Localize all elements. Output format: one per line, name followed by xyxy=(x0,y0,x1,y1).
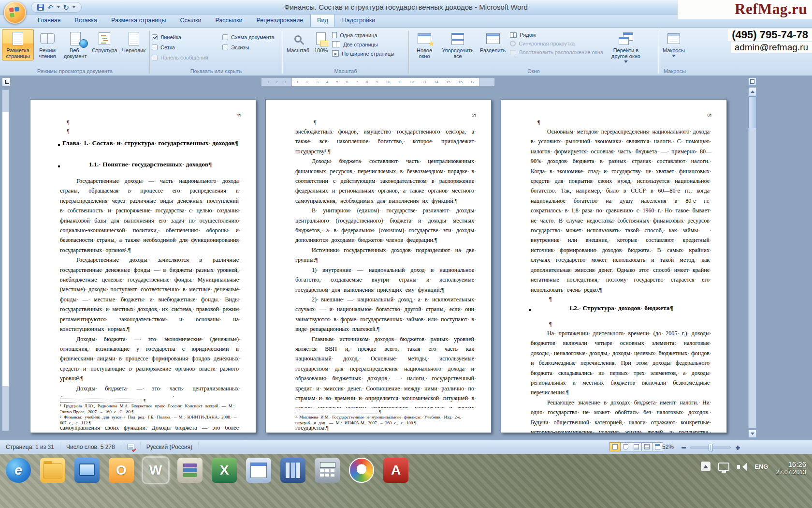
zoom-out-button[interactable] xyxy=(680,444,687,451)
paint-icon[interactable] xyxy=(349,458,374,483)
quick-access-toolbar: ↶ ↻ xyxy=(31,2,82,13)
zoom-slider[interactable] xyxy=(690,447,731,448)
new-window-button[interactable]: Новое окно xyxy=(411,29,438,60)
split-button[interactable]: Разделить xyxy=(478,29,508,55)
document-page-5[interactable]: 5¶ ¶ внебюджетных· фондов,· имущество· г… xyxy=(265,99,492,433)
print-layout-view-button[interactable] xyxy=(609,442,621,451)
arrow-up-icon xyxy=(751,89,754,93)
winrar-icon[interactable] xyxy=(177,458,203,483)
tab-page-layout[interactable]: Разметка страницы xyxy=(104,14,173,27)
app-window-icon[interactable] xyxy=(246,458,271,483)
save-icon[interactable] xyxy=(37,4,44,11)
word-count-indicator[interactable]: Число слов: 5 278 xyxy=(60,442,121,452)
tab-addins[interactable]: Надстройки xyxy=(335,14,382,27)
tray-expand-icon[interactable] xyxy=(701,462,710,471)
undo-icon[interactable]: ↶ xyxy=(47,4,54,11)
split-icon xyxy=(480,31,506,46)
tab-stop-selector[interactable] xyxy=(2,77,11,87)
undo-dropdown-icon[interactable] xyxy=(57,6,60,10)
internet-explorer-icon[interactable]: e xyxy=(6,458,31,483)
calculator-icon[interactable] xyxy=(315,458,340,483)
tab-view[interactable]: Вид xyxy=(310,14,335,27)
zoom-in-button[interactable] xyxy=(734,444,741,451)
full-screen-view-button[interactable] xyxy=(620,442,631,451)
vertical-scrollbar[interactable] xyxy=(748,77,756,438)
vertical-ruler[interactable] xyxy=(2,90,9,431)
outline-view-button[interactable] xyxy=(641,442,652,451)
folder-icon[interactable] xyxy=(40,458,65,483)
zoom-level[interactable]: 52% xyxy=(662,444,674,450)
one-page-button[interactable]: Одна страница xyxy=(330,31,396,39)
full-screen-reading-button[interactable]: Режим чтения xyxy=(34,29,61,60)
language-indicator[interactable]: Русский (Россия) xyxy=(141,442,199,452)
web-layout-button[interactable]: Веб-документ xyxy=(61,29,89,60)
word-icon[interactable]: W xyxy=(143,458,168,483)
page-count-indicator[interactable]: Страница: 1 из 31 xyxy=(0,442,60,452)
draft-view-button[interactable] xyxy=(652,442,663,451)
library-icon[interactable] xyxy=(280,458,305,483)
spellcheck-icon xyxy=(127,444,134,450)
ruler-toggle-button[interactable] xyxy=(748,77,756,86)
new-window-icon xyxy=(413,31,435,46)
excel-icon[interactable]: X xyxy=(212,458,237,483)
switch-windows-button[interactable]: Перейти в другое окно xyxy=(605,29,647,66)
ribbon-separator xyxy=(658,30,659,74)
volume-icon[interactable] xyxy=(737,463,747,471)
proofing-indicator[interactable] xyxy=(121,442,141,452)
document-map-checkbox[interactable]: Схема документа xyxy=(222,33,278,41)
document-page-4[interactable]: 4¶ ¶ ¶ Глава· 1.· Состав· и· структура· … xyxy=(30,99,256,433)
horizontal-ruler[interactable]: 321 1234567891011121314151617 xyxy=(261,77,495,87)
qat-customize-icon[interactable] xyxy=(72,6,75,10)
ruler-left-margin: 321 xyxy=(261,78,291,86)
footnotes: ¶ ¹· Грудцына· Л.Ю.,· Радионова· М.А.· Б… xyxy=(60,397,241,426)
zoom-100-button[interactable]: 100% xyxy=(312,29,330,55)
group-label-window: Окно xyxy=(411,67,656,75)
paragraph: внебюджетных· фондов,· имущество· госуда… xyxy=(295,127,476,156)
zoom-slider-thumb[interactable] xyxy=(709,444,713,451)
outline-view-button[interactable]: Структура xyxy=(89,29,119,55)
web-layout-icon xyxy=(63,31,87,46)
document-page-6[interactable]: 6¶ ¶ Основным· методом· перераспределени… xyxy=(501,99,727,433)
page-width-button[interactable]: По ширине страницы xyxy=(330,50,396,57)
draft-view-button[interactable]: Черновик xyxy=(119,29,148,55)
ruler-scale: 1234567891011121314151617 xyxy=(291,78,479,86)
ruler-checkbox[interactable]: Линейка xyxy=(152,33,222,41)
thumbnails-checkbox[interactable]: Эскизы xyxy=(222,44,278,51)
checkbox-checked-icon xyxy=(152,34,158,40)
scrollbar-track[interactable] xyxy=(748,87,756,428)
tab-home[interactable]: Главная xyxy=(31,14,68,27)
footnotes: ¶ ³· Мысляева· И.М.· Государственные· и·… xyxy=(295,408,476,426)
gridlines-checkbox[interactable]: Сетка xyxy=(152,44,222,51)
tab-references[interactable]: Ссылки xyxy=(173,14,208,27)
empty-paragraph-mark: ¶ xyxy=(531,320,711,329)
scroll-up-button[interactable] xyxy=(748,87,756,95)
display-icon[interactable] xyxy=(718,463,729,471)
adobe-reader-icon[interactable]: A xyxy=(383,458,408,483)
tab-mailings[interactable]: Рассылки xyxy=(208,14,249,27)
sync-scrolling-icon xyxy=(510,41,516,46)
checkbox-icon xyxy=(222,45,228,50)
redo-icon[interactable]: ↻ xyxy=(63,4,70,11)
scrollbar-thumb[interactable] xyxy=(748,96,756,128)
office-button[interactable] xyxy=(4,1,26,24)
full-screen-reading-icon xyxy=(36,31,58,46)
clock[interactable]: 16:26 27.07.2013 xyxy=(776,460,806,476)
scroll-down-button[interactable] xyxy=(748,430,756,438)
checkbox-icon xyxy=(222,34,228,40)
remote-desktop-icon[interactable] xyxy=(74,458,100,483)
paragraph: Доходы· бюджета· —· это· экономические· … xyxy=(60,334,241,384)
chapter-heading: Глава· 1.· Состав· и· структура· государ… xyxy=(60,138,241,148)
dropdown-arrow-icon xyxy=(624,60,628,65)
web-layout-view-button[interactable] xyxy=(631,442,642,451)
language-switcher[interactable]: ENG xyxy=(754,463,768,470)
checkbox-icon xyxy=(152,45,158,50)
outlook-icon[interactable]: O xyxy=(109,458,134,483)
arrange-all-button[interactable]: Упорядочить все xyxy=(438,29,478,60)
zoom-button[interactable]: Масштаб xyxy=(284,29,312,55)
synchronous-scrolling-button: Синхронная прокрутка xyxy=(508,40,605,47)
view-side-by-side-button[interactable]: Рядом xyxy=(508,31,605,38)
tab-review[interactable]: Рецензирование xyxy=(250,14,310,27)
two-pages-button[interactable]: Две страницы xyxy=(330,41,396,48)
print-layout-button[interactable]: Разметка страницы xyxy=(2,29,34,60)
tab-insert[interactable]: Вставка xyxy=(68,14,104,27)
